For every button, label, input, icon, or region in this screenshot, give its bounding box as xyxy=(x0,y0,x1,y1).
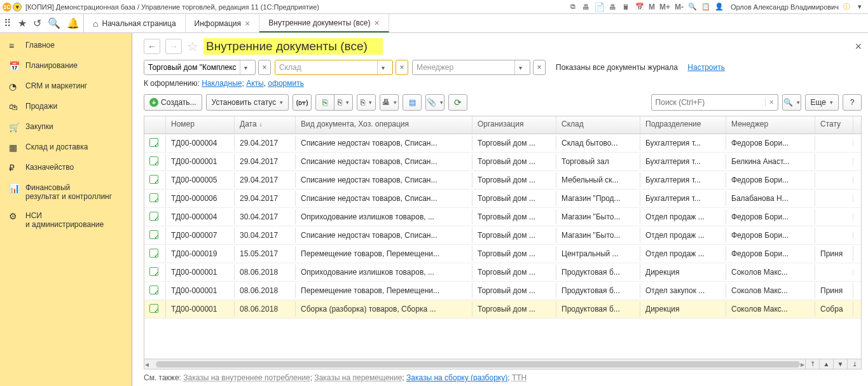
scroll-thumb[interactable] xyxy=(156,361,800,368)
tool-dt-button[interactable]: (ᴅᴛ) xyxy=(293,94,312,111)
clear-manager-button[interactable]: × xyxy=(533,60,546,75)
more-button[interactable]: Еще▾ xyxy=(805,94,839,111)
clear-org-button[interactable]: × xyxy=(258,60,271,75)
history-icon[interactable]: ↺ xyxy=(33,17,41,29)
search-icon[interactable]: 🔍 xyxy=(48,17,60,29)
table-row[interactable]: ТД00-00000108.06.2018Перемещение товаров… xyxy=(144,282,861,300)
close-page-button[interactable]: × xyxy=(855,40,862,53)
sidebar-item-6[interactable]: ₽Казначейство xyxy=(0,158,132,178)
forward-button[interactable]: → xyxy=(165,39,182,54)
clear-warehouse-button[interactable]: × xyxy=(396,60,408,75)
zoom-icon[interactable]: 🔍 xyxy=(687,2,698,12)
doc-icon[interactable]: 📄 xyxy=(594,2,605,12)
nav-first-button[interactable]: ⤒ xyxy=(805,359,819,369)
calendar-icon[interactable]: 📅 xyxy=(634,2,645,12)
refresh-button[interactable]: ⟳ xyxy=(448,94,467,111)
manager-input[interactable] xyxy=(413,60,514,74)
tab-info[interactable]: Информация × xyxy=(186,14,260,32)
table-row[interactable]: ТД00-00001915.05.2017Перемещение товаров… xyxy=(144,245,861,263)
footer-link-0[interactable]: Заказы на внутреннее потребление xyxy=(183,373,310,382)
close-icon[interactable]: × xyxy=(375,18,380,28)
fav-icon[interactable]: ⧉ xyxy=(567,2,579,12)
search-input[interactable] xyxy=(652,98,765,107)
table-row[interactable]: ТД00-00000429.04.2017Списание недостач т… xyxy=(144,134,861,153)
nav-last-button[interactable]: ⤓ xyxy=(847,359,861,369)
link-akty[interactable]: Акты xyxy=(246,79,264,88)
sidebar-item-5[interactable]: ▦Склад и доставка xyxy=(0,137,132,158)
sidebar-item-0[interactable]: ≡Главное xyxy=(0,36,132,56)
table-row[interactable]: ТД00-00000108.06.2018Оприходование излиш… xyxy=(144,263,861,282)
search-clear-button[interactable]: × xyxy=(765,98,778,107)
table-row[interactable]: ТД00-00000430.04.2017Оприходование излиш… xyxy=(144,208,861,226)
star-icon[interactable]: ★ xyxy=(18,17,27,29)
footer-link-1[interactable]: Заказы на перемещение xyxy=(314,373,402,382)
print2-icon[interactable]: 🖶 xyxy=(607,2,619,12)
sidebar-item-8[interactable]: ⚙НСИи администрирование xyxy=(0,206,132,234)
print-icon[interactable]: 🖶 xyxy=(581,2,592,12)
table-row[interactable]: ТД00-00000629.04.2017Списание недостач т… xyxy=(144,190,861,208)
copy3-button[interactable]: ⎘▾ xyxy=(357,94,376,111)
sidebar-item-1[interactable]: 📅Планирование xyxy=(0,56,132,76)
org-combo[interactable]: ▾ xyxy=(144,60,256,75)
col-status[interactable]: Стату xyxy=(815,116,853,134)
col-date[interactable]: Дата↓ xyxy=(235,116,296,134)
search-box[interactable]: × xyxy=(651,94,778,111)
dropdown-icon[interactable]: ▾ xyxy=(377,60,389,74)
attach-button[interactable]: 📎▾ xyxy=(425,94,444,111)
copy2-button[interactable]: ⎘▾ xyxy=(334,94,353,111)
table-row[interactable]: ТД00-00000108.06.2018Сборка (разборка) т… xyxy=(144,300,861,319)
back-button[interactable]: ← xyxy=(144,39,160,54)
sidebar-item-7[interactable]: 📊Финансовыйрезультат и контроллинг xyxy=(0,178,132,206)
table-row[interactable]: ТД00-00000730.04.2017Списание недостач т… xyxy=(144,226,861,245)
dropdown-icon[interactable]: ▾ xyxy=(13,3,22,11)
col-warehouse[interactable]: Склад xyxy=(556,116,640,134)
m-minus-button[interactable]: M- xyxy=(673,3,685,11)
apps-icon[interactable]: ⠿ xyxy=(4,17,11,29)
favorite-toggle[interactable]: ☆ xyxy=(187,39,198,54)
col-org[interactable]: Организация xyxy=(472,116,556,134)
col-number[interactable]: Номер xyxy=(166,116,235,134)
col-kind[interactable]: Вид документа, Хоз. операция xyxy=(296,116,472,134)
report-button[interactable]: ▤ xyxy=(403,94,422,111)
cell-status xyxy=(815,158,853,165)
sidebar-item-3[interactable]: 🛍Продажи xyxy=(0,97,132,117)
col-department[interactable]: Подразделение xyxy=(640,116,726,134)
menu-icon[interactable]: ▾ xyxy=(854,2,865,12)
link-naklad[interactable]: Накладные xyxy=(202,79,242,88)
m-button[interactable]: M xyxy=(647,3,656,11)
tab-documents[interactable]: Внутренние документы (все) × xyxy=(259,14,389,32)
bell-icon[interactable]: 🔔 xyxy=(67,17,79,29)
warehouse-combo[interactable]: ▾ xyxy=(275,60,393,75)
dropdown-icon[interactable]: ▾ xyxy=(514,60,526,74)
col-icon[interactable] xyxy=(144,116,166,134)
tab-home[interactable]: ⌂ Начальная страница xyxy=(84,14,186,32)
link-oform[interactable]: оформить xyxy=(268,79,304,88)
calc-icon[interactable]: 🖩 xyxy=(621,2,632,12)
clipboard-icon[interactable]: 📋 xyxy=(700,2,712,12)
footer-link-3[interactable]: ТТН xyxy=(512,373,527,382)
m-plus-button[interactable]: M+ xyxy=(658,3,672,11)
dropdown-icon[interactable]: ▾ xyxy=(240,60,251,74)
org-input[interactable] xyxy=(144,60,240,74)
col-manager[interactable]: Менеджер xyxy=(726,116,815,134)
h-scrollbar[interactable]: ◂ ▸ ⤒ ▲ ▼ ⤓ xyxy=(144,359,861,369)
warehouse-input[interactable] xyxy=(275,60,377,74)
table-row[interactable]: ТД00-00000529.04.2017Списание недостач т… xyxy=(144,171,861,190)
manager-combo[interactable]: ▾ xyxy=(412,60,530,75)
configure-link[interactable]: Настроить xyxy=(687,63,725,72)
search-button[interactable]: 🔍▾ xyxy=(782,94,801,111)
user-name[interactable]: Орлов Александр Владимирович xyxy=(731,3,839,11)
help-button[interactable]: ? xyxy=(843,94,862,111)
nav-up-button[interactable]: ▲ xyxy=(819,359,833,369)
info-icon[interactable]: ⓘ xyxy=(841,2,852,12)
print-button[interactable]: 🖶▾ xyxy=(380,94,399,111)
sidebar-item-2[interactable]: ◔CRM и маркетинг xyxy=(0,76,132,97)
table-row[interactable]: ТД00-00000129.04.2017Списание недостач т… xyxy=(144,153,861,171)
nav-down-button[interactable]: ▼ xyxy=(833,359,847,369)
copy1-button[interactable]: ⎘ xyxy=(315,94,334,111)
create-button[interactable]: + Создать... xyxy=(144,94,202,111)
close-icon[interactable]: × xyxy=(245,18,250,29)
footer-link-2[interactable]: Заказы на сборку (разборку) xyxy=(406,373,507,382)
sidebar-item-4[interactable]: 🛒Закупки xyxy=(0,117,132,137)
set-status-button[interactable]: Установить статус ▾ xyxy=(206,94,289,111)
